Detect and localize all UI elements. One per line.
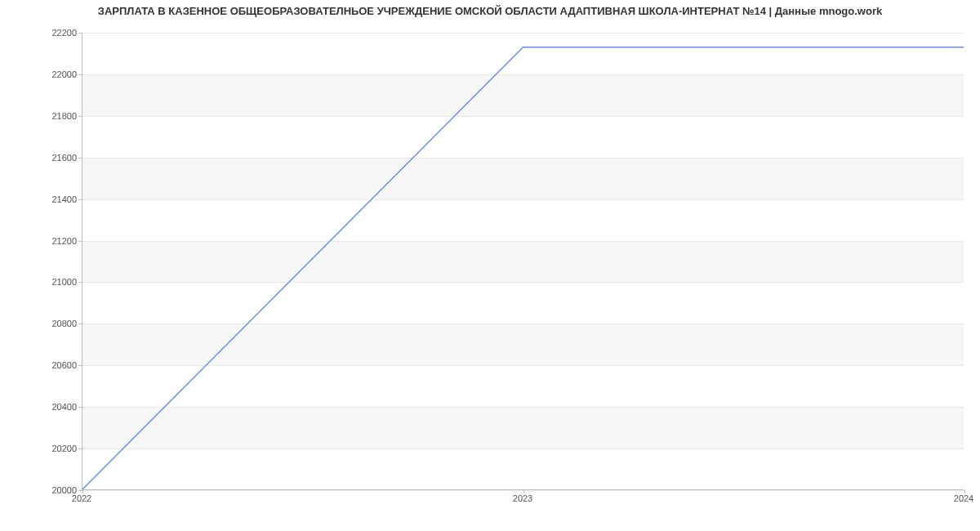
y-tick-mark xyxy=(78,448,82,449)
y-tick-mark xyxy=(78,158,82,158)
y-tick-label: 21800 xyxy=(3,111,77,121)
y-tick-label: 21600 xyxy=(3,153,77,163)
y-tick-label: 21400 xyxy=(3,194,77,204)
y-tick-mark xyxy=(78,241,82,242)
y-tick-label: 22000 xyxy=(3,69,77,79)
chart-title: ЗАРПЛАТА В КАЗЕННОЕ ОБЩЕОБРАЗОВАТЕЛНЬОЕ … xyxy=(0,5,980,17)
y-tick-label: 21200 xyxy=(3,236,77,246)
y-tick-mark xyxy=(78,365,82,366)
x-tick-label: 2023 xyxy=(513,493,532,503)
x-tick-label: 2022 xyxy=(72,493,91,503)
y-tick-label: 20200 xyxy=(3,444,77,453)
y-tick-label: 21000 xyxy=(3,277,77,287)
y-tick-mark xyxy=(78,324,82,324)
plot-area xyxy=(82,33,964,490)
line-series xyxy=(82,33,964,489)
x-tick-label: 2024 xyxy=(954,493,973,503)
y-tick-mark xyxy=(78,116,82,117)
y-tick-mark xyxy=(78,407,82,408)
y-tick-mark xyxy=(78,199,82,200)
y-tick-label: 20600 xyxy=(3,360,77,370)
y-tick-label: 20400 xyxy=(3,402,77,412)
y-tick-mark xyxy=(78,74,82,75)
y-tick-label: 20000 xyxy=(3,485,77,495)
y-tick-mark xyxy=(78,282,82,283)
y-tick-mark xyxy=(78,33,82,33)
line-chart: ЗАРПЛАТА В КАЗЕННОЕ ОБЩЕОБРАЗОВАТЕЛНЬОЕ … xyxy=(0,0,980,531)
y-tick-label: 20800 xyxy=(3,319,77,328)
y-tick-label: 22200 xyxy=(3,28,77,38)
